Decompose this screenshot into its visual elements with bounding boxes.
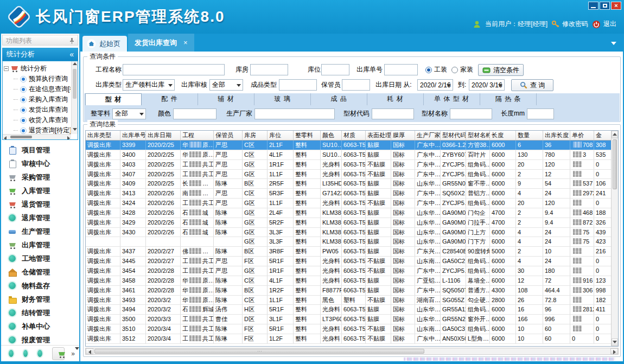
table-row[interactable]: 调拨出库34372020/2/27佛…陈琳B区3R8F整料PW056063-T5… <box>86 247 618 257</box>
material-tab[interactable]: 型 材 <box>85 93 142 105</box>
sidebar-menu-item[interactable]: 物料盘存 <box>1 279 79 292</box>
material-tab[interactable]: 单 体 型 材 <box>424 93 480 105</box>
profile-code-input[interactable] <box>372 108 414 119</box>
scroll-up-button[interactable] <box>612 131 618 138</box>
sidebar-menu-item[interactable]: 出库管理 <box>1 238 79 252</box>
sidebar-menu-item[interactable]: 入库管理 <box>1 184 79 197</box>
table-row[interactable]: G区3L3F整料KLM38176063-T5贴膜国标山东华…GA90M09.门下… <box>86 237 618 247</box>
tree-item[interactable]: 预算执行查询 <box>4 74 71 84</box>
location-input[interactable] <box>321 64 349 75</box>
tree-item[interactable]: 采购入库查询 <box>4 94 71 105</box>
whole-part-select[interactable]: 全部 <box>112 108 146 119</box>
scroll-down-button[interactable] <box>612 339 618 346</box>
product-type-input[interactable] <box>279 79 317 91</box>
color-input[interactable] <box>173 108 217 119</box>
sidebar-menu-item[interactable]: 财务管理 <box>1 292 79 306</box>
table-row[interactable]: 调拨出库35102020/3/4工共工程陈琳F区5R1F整料光身料6063-T5… <box>86 324 618 334</box>
table-row[interactable]: 调拨出库34282020/2/26石城陈琳G区2L4F整料KLM38176063… <box>86 208 618 218</box>
tray-cart-button[interactable] <box>52 347 65 360</box>
material-tab[interactable]: 耗 材 <box>367 93 424 105</box>
table-scroll-thumb[interactable] <box>613 139 617 189</box>
table-row[interactable]: 调拨出库34072020/2/25工共工程严思G区1L1F整料光身料6063-T… <box>86 170 618 180</box>
col-header-material[interactable]: 材质 <box>342 131 366 140</box>
sidebar-menu-item[interactable]: 退库管理 <box>1 211 79 225</box>
radio-home[interactable]: 家装 <box>451 64 473 75</box>
table-row[interactable]: 调拨出库34932020/3/2华原…陈琳C区1L1F整料黑色塑料不贴膜国标湖南… <box>86 296 618 305</box>
tree-item[interactable]: 在途信息查询[待 <box>4 84 71 94</box>
table-row[interactable]: 调拨出库35002020/3/3工共工程曹佳D区3L1F整料LT3P606063… <box>86 315 618 324</box>
material-tab[interactable]: 隔 热 条 <box>480 93 537 105</box>
table-row[interactable]: 调拨出库34002020/2/25华原…严思C区4L1F整料SU10…6063-… <box>86 150 618 160</box>
tree-hscroll-thumb[interactable] <box>10 136 32 138</box>
table-row[interactable]: 调拨出库34612020/2/28华原…陈琳B区1R2F整料F8877FT606… <box>86 286 618 296</box>
tray-dot-icon[interactable] <box>23 350 28 357</box>
table-row[interactable]: 调拨出库34242020/2/26工共工程严思G区1L1F整料光身料6063-T… <box>86 199 618 208</box>
radio-industrial[interactable]: 工装 <box>425 64 447 75</box>
minimize-button[interactable] <box>588 2 598 10</box>
date-to-picker[interactable]: 2020/ 3/16 <box>469 79 505 91</box>
col-header-length[interactable]: 长度 <box>490 131 516 140</box>
table-row[interactable]: 调拨出库34942020/3/2石辉城汤伟H区5R1F整料光身料6063-T5贴… <box>86 305 618 315</box>
tab-outbound-query[interactable]: 发货出库查询 × <box>128 34 194 52</box>
close-button[interactable]: × <box>611 2 621 10</box>
table-horizontal-scrollbar[interactable] <box>85 348 619 355</box>
scroll-right-button[interactable] <box>610 348 618 354</box>
col-header-warehouse[interactable]: 库房 <box>243 131 268 140</box>
tree-item[interactable]: 退货查询[待定] <box>4 125 71 134</box>
col-header-unit-price[interactable]: 单价 <box>570 131 594 140</box>
table-row[interactable]: 调拨出库34302020/2/26石城陈琳G区3L3F整料KLM38176063… <box>86 228 618 238</box>
order-no-input[interactable] <box>384 64 418 75</box>
table-row[interactable]: 调拨出库33992020/2/25华原…严思C区2L1F整料SU10…6063-… <box>86 141 618 150</box>
logout-button[interactable]: 退出 <box>592 20 616 29</box>
sidebar-menu-item[interactable]: 补单中心 <box>1 320 79 333</box>
sidebar-menu-item[interactable]: 采购管理 <box>1 170 79 184</box>
col-header-color[interactable]: 颜色 <box>321 131 342 140</box>
audit-select[interactable]: 全部 <box>209 79 243 91</box>
col-header-film-thickness[interactable]: 膜厚 <box>391 131 415 140</box>
tab-list-dropdown-icon[interactable] <box>611 42 616 45</box>
sidebar-menu-item[interactable]: 项目管理 <box>1 143 79 157</box>
sidebar-menu-item[interactable]: 生产管理 <box>1 225 79 238</box>
table-row[interactable]: 调拨出库34292020/2/26石城陈琳G区5R2F整料KLM38176063… <box>86 218 618 228</box>
search-button[interactable]: 查 询 <box>511 79 553 91</box>
col-header-type[interactable]: 出库类型 <box>86 131 120 140</box>
col-header-manufacturer[interactable]: 生产厂家 <box>415 131 441 140</box>
tree-item[interactable]: 发货出库查询 <box>4 105 71 115</box>
change-password-button[interactable]: 修改密码 <box>551 20 588 29</box>
tray-dot-icon[interactable] <box>9 350 14 357</box>
col-header-date[interactable]: 出库日期 <box>146 131 181 140</box>
collapse-icon[interactable]: « <box>69 48 74 61</box>
scroll-left-button[interactable] <box>86 348 93 354</box>
material-tab[interactable]: 玻 璃 <box>254 93 311 105</box>
col-header-profile-name[interactable]: 型材名称 <box>466 131 490 140</box>
material-tab[interactable]: 配 件 <box>142 93 198 105</box>
manufacturer-input[interactable] <box>254 108 335 119</box>
col-header-profile-code[interactable]: 型材代码 <box>441 131 466 140</box>
outbound-type-select[interactable]: 生产领料出库 <box>123 79 175 91</box>
table-vertical-scrollbar[interactable] <box>611 131 618 346</box>
tab-home[interactable]: 起始页 <box>82 36 127 52</box>
sidebar-menu-item[interactable]: 工地管理 <box>1 252 79 265</box>
tab-close-icon[interactable]: × <box>183 39 188 47</box>
clear-button[interactable]: 清空条件 <box>478 64 524 76</box>
sidebar-menu-item[interactable]: 仓储管理 <box>1 265 79 279</box>
col-header-out-length[interactable]: 出库长度 <box>543 131 570 140</box>
sidebar-menu-item[interactable]: 审核中心 <box>1 157 79 170</box>
sidebar-menu-item[interactable]: 结转管理 <box>1 306 79 320</box>
pin-icon[interactable] <box>69 37 75 44</box>
expander-icon[interactable] <box>4 66 9 71</box>
col-header-location[interactable]: 库位 <box>268 131 294 140</box>
warehouse-input[interactable] <box>250 64 288 75</box>
material-tab[interactable]: 辅 材 <box>198 93 254 105</box>
tree-root[interactable]: 统计分析 <box>4 63 71 74</box>
length-input[interactable] <box>527 108 554 119</box>
tree-scroll-thumb[interactable] <box>73 69 77 99</box>
tree-item[interactable]: 收货入库查询 <box>4 115 71 125</box>
more-button[interactable]: » <box>71 351 79 356</box>
col-header-whole-part[interactable]: 整零料 <box>294 131 321 140</box>
tree-horizontal-scrollbar[interactable] <box>3 134 71 139</box>
scroll-left-icon[interactable] <box>4 136 7 140</box>
tray-dot-icon[interactable] <box>37 350 42 357</box>
scroll-up-icon[interactable] <box>73 62 77 65</box>
table-row[interactable]: 调拨出库34032020/2/25工共工程严思G区1R1F整料光身料6063-T… <box>86 160 618 170</box>
